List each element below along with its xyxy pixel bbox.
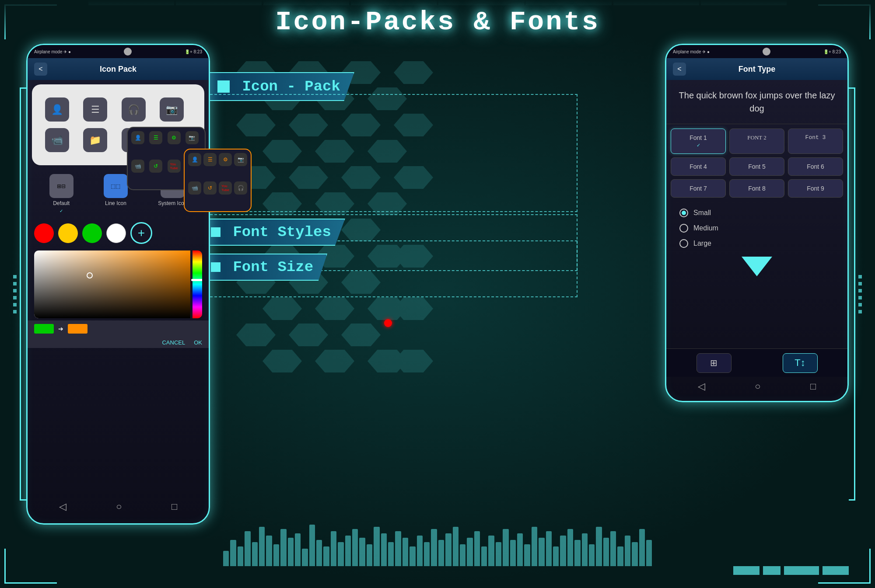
font-styles-label: Font Styles xyxy=(233,224,331,240)
ov-orange-3: ⚙ xyxy=(219,153,232,166)
font-item-6[interactable]: Font 6 xyxy=(788,157,843,176)
right-phone-status-bar: Airplane mode ✈ ● 🔋+ 8:23 xyxy=(666,45,847,58)
icon-camera[interactable]: 📷 xyxy=(160,97,184,122)
right-phone-bottom-toolbar: ⊞ T↕ xyxy=(666,348,847,377)
font-preview-text: The quick brown fox jumps over the lazy … xyxy=(666,80,847,124)
default-icon-option[interactable]: ⊞⊟ Default ✓ xyxy=(49,174,74,213)
font-item-8[interactable]: Font 8 xyxy=(729,179,784,198)
ov-orange-6: ↺ xyxy=(203,181,217,195)
nav-recent[interactable]: □ xyxy=(172,501,177,512)
eq-bar xyxy=(467,538,472,566)
overlay-icon-pack-orange: 👤 ☰ ⚙ 📷 📹 ↺ YouTube 🎧 xyxy=(184,149,252,212)
font-toolbar-btn[interactable]: T↕ xyxy=(783,353,818,373)
eq-bar xyxy=(374,527,379,566)
right-side-dots xyxy=(858,275,862,313)
eq-bar xyxy=(532,527,537,566)
color-yellow[interactable] xyxy=(58,223,78,243)
color-spectrum-slider[interactable] xyxy=(192,251,202,318)
eq-bar xyxy=(639,529,645,566)
size-large[interactable]: Large xyxy=(679,239,834,248)
right-nav-home[interactable]: ○ xyxy=(755,381,760,392)
size-small[interactable]: Small xyxy=(679,209,834,217)
nav-home[interactable]: ○ xyxy=(116,501,122,512)
eq-bar xyxy=(288,538,294,566)
eq-bar xyxy=(302,549,308,566)
size-medium[interactable]: Medium xyxy=(679,224,834,233)
icon-headphone[interactable]: 🎧 xyxy=(122,97,146,122)
cancel-button[interactable]: CANCEL xyxy=(162,339,185,346)
left-phone-header: < Icon Pack xyxy=(28,58,209,80)
eq-bar xyxy=(460,544,466,566)
font-item-5[interactable]: Font 5 xyxy=(729,157,784,176)
right-nav-back[interactable]: ◁ xyxy=(698,381,705,392)
eq-bar xyxy=(323,546,329,566)
color-row: + xyxy=(28,218,209,248)
font-item-4[interactable]: Font 4 xyxy=(671,157,726,176)
eq-bar xyxy=(259,527,265,566)
eq-bar xyxy=(646,540,652,566)
right-nav-recent[interactable]: □ xyxy=(810,381,816,392)
eq-bar xyxy=(632,542,637,566)
line-icon-option[interactable]: ⬚⬚ Line Icon xyxy=(104,174,128,213)
size-large-label: Large xyxy=(693,240,711,247)
eq-bar xyxy=(352,529,358,566)
eq-bar xyxy=(359,538,365,566)
red-dot xyxy=(384,319,392,327)
right-phone-frame: Airplane mode ✈ ● 🔋+ 8:23 < Font Type Th… xyxy=(665,44,849,402)
bottom-deco-rect xyxy=(733,566,760,575)
color-from xyxy=(34,324,54,334)
font-1-checkmark: ✓ xyxy=(696,143,700,148)
bottom-deco-rect xyxy=(784,566,819,575)
font-item-1[interactable]: Font 1 ✓ xyxy=(671,129,726,154)
eq-bar xyxy=(417,536,423,566)
eq-bar xyxy=(474,531,480,566)
ov-orange-4: 📷 xyxy=(234,153,247,166)
icon-messages[interactable]: ☰ xyxy=(83,97,107,122)
color-green[interactable] xyxy=(82,223,102,243)
ov-icon-6: ↺ xyxy=(149,160,162,173)
icon-contact[interactable]: 👤 xyxy=(45,97,69,122)
font-item-7[interactable]: Font 7 xyxy=(671,179,726,198)
font-item-2[interactable]: FONT 2 xyxy=(729,129,784,154)
left-back-button[interactable]: < xyxy=(34,63,47,76)
color-white[interactable] xyxy=(106,223,126,243)
left-phone-frame: Airplane mode ✈ ● 🔋+ 8:23 < Icon Pack 👤 … xyxy=(26,44,210,525)
corner-bl-decoration xyxy=(4,549,57,584)
left-status-right: 🔋+ 8:23 xyxy=(185,49,202,54)
eq-bar xyxy=(273,544,279,566)
font-toolbar-icon: T↕ xyxy=(794,357,805,369)
font-grid: Font 1 ✓ FONT 2 Font 3 Font 4 Font 5 Fon… xyxy=(666,124,847,202)
color-red[interactable] xyxy=(34,223,54,243)
color-gradient-canvas[interactable] xyxy=(34,251,190,318)
icon-video[interactable]: 📹 xyxy=(45,128,69,152)
picker-actions: CANCEL OK xyxy=(28,337,209,348)
eq-bar xyxy=(438,540,444,566)
ov-orange-1: 👤 xyxy=(188,153,201,166)
font-item-3[interactable]: Font 3 xyxy=(788,129,843,154)
eq-bar xyxy=(402,538,408,566)
right-status-right: 🔋+ 8:23 xyxy=(823,49,841,54)
eq-bar xyxy=(345,536,351,566)
font-size-annotation: Font Size xyxy=(201,254,327,281)
eq-bar xyxy=(223,551,229,566)
add-color-button[interactable]: + xyxy=(130,222,152,244)
right-status-left: Airplane mode ✈ ● xyxy=(673,49,710,54)
eq-bar xyxy=(503,529,508,566)
eq-bar xyxy=(481,546,487,566)
left-phone-nav: ◁ ○ □ xyxy=(28,494,209,519)
ov-icon-4: 📷 xyxy=(186,131,199,144)
eq-bar xyxy=(625,536,630,566)
radio-large xyxy=(679,239,688,248)
radio-small xyxy=(679,209,688,217)
icon-pack-toolbar-btn[interactable]: ⊞ xyxy=(696,353,732,373)
eq-bar xyxy=(424,542,430,566)
right-back-button[interactable]: < xyxy=(673,63,686,76)
nav-back[interactable]: ◁ xyxy=(59,501,66,512)
font-item-9[interactable]: Font 9 xyxy=(788,179,843,198)
right-header-title: Font Type xyxy=(690,65,823,74)
system-icon-label: System Icon xyxy=(158,200,187,206)
icon-folder[interactable]: 📁 xyxy=(83,128,107,152)
icon-pack-dashed-box xyxy=(201,94,578,212)
size-medium-label: Medium xyxy=(693,224,718,232)
ok-button[interactable]: OK xyxy=(194,339,202,346)
